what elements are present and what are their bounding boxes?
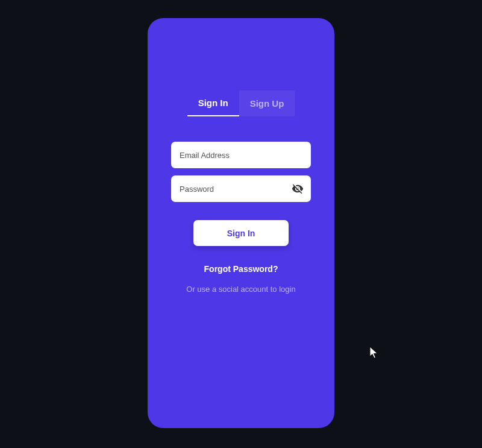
password-field-group [171,175,311,202]
tab-sign-up[interactable]: Sign Up [239,90,295,116]
forgot-password-link[interactable]: Forgot Password? [204,264,278,274]
email-field-group [171,142,311,168]
password-input[interactable] [171,175,311,202]
login-screen: Sign In Sign Up Sign In Forgot Password?… [148,18,334,428]
mouse-cursor-icon [370,347,380,360]
auth-tabs: Sign In Sign Up [187,90,295,116]
social-login-text: Or use a social account to login [186,285,295,294]
email-input[interactable] [171,142,311,168]
visibility-off-icon[interactable] [292,183,304,195]
tab-sign-in[interactable]: Sign In [187,90,239,116]
sign-in-button[interactable]: Sign In [193,220,289,246]
